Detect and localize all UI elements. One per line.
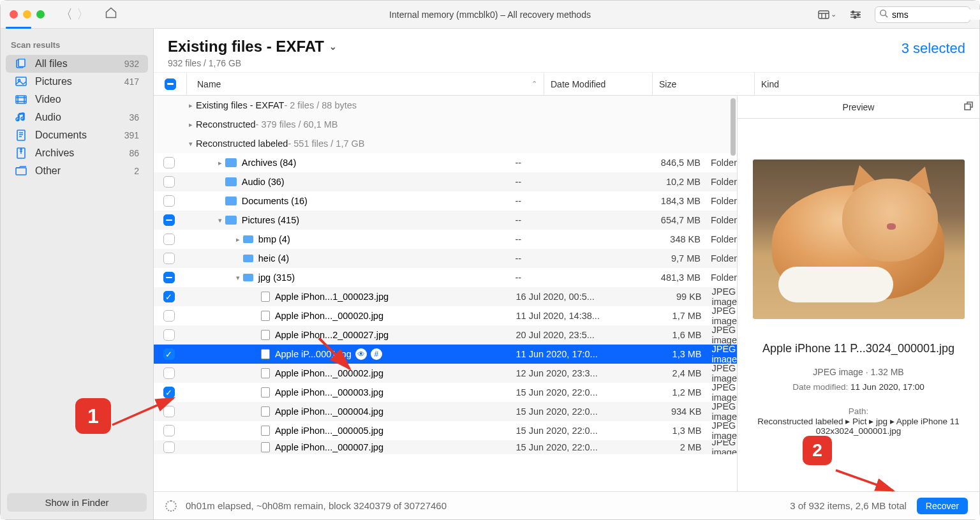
svg-line-18 [836, 470, 893, 491]
file-row[interactable]: Apple iPhon...2_000027.jpg20 Jul 2020, 2… [154, 325, 737, 345]
disclosure-icon[interactable]: ▾ [186, 140, 196, 148]
section-row[interactable]: ▾Reconstructed labeled - 551 files / 1,7… [154, 134, 737, 153]
row-size: 1,6 MB [613, 330, 708, 340]
row-checkbox[interactable] [163, 272, 175, 283]
row-name: Apple iPhon...1_000023.jpg [275, 292, 389, 302]
file-row[interactable]: Apple iPhon..._000007.jpg15 Jun 2020, 22… [154, 440, 737, 454]
sidebar-item-video[interactable]: Video [6, 91, 148, 108]
svg-rect-14 [16, 168, 26, 175]
file-row[interactable]: ✓Apple iP...0001.jpg👁#11 Jun 2020, 17:0.… [154, 345, 737, 364]
scrollbar-thumb[interactable] [731, 98, 736, 156]
svg-point-2 [857, 13, 859, 15]
disclosure-icon[interactable]: ▸ [186, 121, 196, 129]
folder-row[interactable]: Documents (16)--184,3 MBFolder [154, 191, 737, 211]
disclosure-icon[interactable]: ▸ [186, 101, 196, 110]
maximize-window-icon[interactable] [36, 10, 45, 19]
sidebar-item-archives[interactable]: Archives86 [6, 144, 148, 162]
window-traffic-lights [10, 10, 45, 19]
col-kind[interactable]: Kind [755, 73, 979, 95]
selection-count: 3 selected [902, 38, 965, 57]
select-all-checkbox[interactable] [165, 78, 176, 90]
svg-point-11 [22, 118, 25, 121]
back-button[interactable]: 〈 [60, 6, 73, 23]
section-row[interactable]: ▸Reconstructed - 379 files / 60,1 MB [154, 115, 737, 134]
row-size: 2 MB [613, 442, 708, 452]
row-date: 11 Jul 2020, 14:38... [514, 311, 614, 321]
row-checkbox[interactable] [163, 214, 175, 226]
row-kind: Folder [707, 177, 737, 187]
section-row[interactable]: ▸Existing files - EXFAT - 2 files / 88 b… [154, 96, 737, 115]
sidebar-item-pictures[interactable]: Pictures417 [6, 73, 148, 91]
row-checkbox[interactable]: ✓ [163, 291, 175, 302]
video-icon [15, 94, 27, 105]
col-name[interactable]: Name⌃ [187, 73, 544, 95]
hex-icon[interactable]: # [371, 348, 382, 360]
search-box[interactable]: ✕ [875, 6, 970, 23]
page-title[interactable]: Existing files - EXFAT ⌄ [168, 38, 337, 56]
file-row[interactable]: ✓Apple iPhon..._000003.jpg15 Jun 2020, 2… [154, 383, 737, 402]
disclosure-icon[interactable]: ▸ [215, 159, 225, 167]
popout-icon[interactable] [964, 101, 973, 112]
row-date: -- [512, 196, 612, 206]
row-name: Apple iPhon..._000007.jpg [275, 442, 383, 452]
row-checkbox[interactable] [163, 253, 175, 264]
file-row[interactable]: ✓Apple iPhon...1_000023.jpg16 Jul 2020, … [154, 287, 737, 306]
active-tab-indicator [6, 27, 31, 29]
file-row[interactable]: Apple iPhon..._000002.jpg12 Jun 2020, 23… [154, 364, 737, 383]
row-date: -- [512, 253, 612, 264]
svg-point-1 [852, 11, 854, 13]
row-size: 9,7 MB [612, 253, 707, 264]
row-name: Documents (16) [242, 196, 308, 206]
row-checkbox[interactable] [163, 310, 175, 322]
close-window-icon[interactable] [10, 10, 18, 19]
row-checkbox[interactable] [163, 442, 175, 453]
col-size[interactable]: Size [653, 73, 755, 95]
row-size: 481,3 MB [612, 272, 707, 283]
file-icon [261, 292, 270, 302]
col-date[interactable]: Date Modified [544, 73, 653, 95]
row-kind: JPEG image [708, 306, 738, 326]
search-input[interactable] [892, 10, 980, 20]
folder-row[interactable]: ▾jpg (315)--481,3 MBFolder [154, 268, 737, 287]
row-checkbox[interactable] [163, 157, 175, 168]
disclosure-icon[interactable]: ▾ [233, 274, 243, 282]
row-size: 846,5 MB [612, 158, 707, 168]
minimize-window-icon[interactable] [23, 10, 31, 19]
settings-icon[interactable] [849, 10, 862, 19]
disclosure-icon[interactable]: ▾ [215, 216, 225, 225]
folder-row[interactable]: heic (4)--9,7 MBFolder [154, 249, 737, 268]
svg-line-17 [319, 338, 350, 369]
row-checkbox[interactable] [163, 368, 175, 379]
row-checkbox[interactable]: ✓ [163, 348, 175, 360]
file-list: ▸Existing files - EXFAT - 2 files / 88 b… [154, 96, 737, 491]
annotation-arrow-2 [832, 465, 902, 497]
annotation-badge-1: 1 [75, 398, 111, 434]
file-icon [261, 442, 270, 452]
folder-row[interactable]: ▸bmp (4)--348 KBFolder [154, 230, 737, 249]
files-icon [15, 58, 27, 70]
row-checkbox[interactable] [163, 176, 175, 188]
file-row[interactable]: Apple iPhon..._000005.jpg15 Jun 2020, 22… [154, 421, 737, 440]
disclosure-icon[interactable]: ▸ [233, 235, 243, 244]
folder-row[interactable]: ▸Archives (84)--846,5 MBFolder [154, 153, 737, 172]
home-icon[interactable] [105, 6, 117, 22]
sidebar-item-documents[interactable]: Documents391 [6, 126, 148, 144]
row-checkbox[interactable] [163, 195, 175, 207]
folder-row[interactable]: ▾Pictures (415)--654,7 MBFolder [154, 211, 737, 230]
forward-button[interactable]: 〉 [77, 6, 89, 23]
file-row[interactable]: Apple iPhon..._000020.jpg11 Jul 2020, 14… [154, 306, 737, 325]
sidebar-item-audio[interactable]: Audio36 [6, 108, 148, 126]
folder-row[interactable]: Audio (36)--10,2 MBFolder [154, 172, 737, 191]
annotation-arrow-1b [314, 333, 359, 378]
file-row[interactable]: Apple iPhon..._000004.jpg15 Jun 2020, 22… [154, 402, 737, 421]
row-checkbox[interactable] [163, 329, 175, 341]
preview-heading: Preview [843, 102, 875, 112]
folder-icon [243, 274, 253, 281]
show-in-finder-button[interactable]: Show in Finder [7, 493, 147, 512]
row-date: -- [512, 234, 612, 244]
row-checkbox[interactable] [163, 234, 175, 245]
sidebar-item-all-files[interactable]: All files932 [6, 55, 148, 73]
recover-button[interactable]: Recover [917, 498, 968, 514]
sidebar-item-other[interactable]: Other2 [6, 162, 148, 180]
view-mode-button[interactable]: ⌄ [818, 10, 836, 19]
